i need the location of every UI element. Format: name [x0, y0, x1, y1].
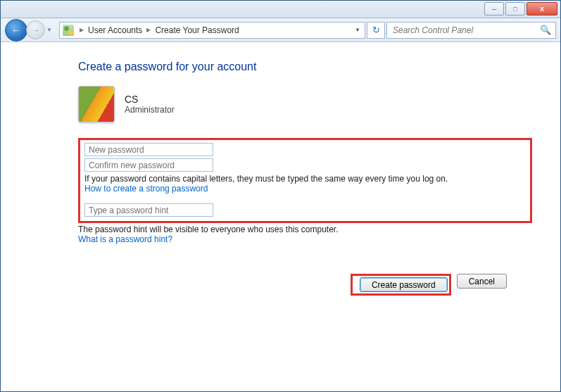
nav-history-dropdown[interactable]: ▼ [46, 27, 55, 33]
search-icon[interactable]: 🔍 [540, 25, 551, 35]
page-heading: Create a password for your account [78, 61, 532, 73]
user-role: Administrator [125, 105, 175, 115]
button-row: Create password Cancel [78, 274, 507, 296]
highlight-create-button: Create password [351, 274, 451, 296]
navigation-bar: ← → ▼ ▶ User Accounts ▶ Create Your Pass… [1, 18, 560, 42]
forward-button[interactable]: → [26, 20, 45, 39]
password-hint-link[interactable]: What is a password hint? [78, 234, 532, 244]
chevron-right-icon: ▶ [145, 27, 152, 33]
refresh-button[interactable]: ↻ [367, 22, 385, 39]
caps-note: If your password contains capital letter… [84, 174, 526, 184]
create-password-button[interactable]: Create password [360, 277, 448, 292]
breadcrumb-level1[interactable]: User Accounts [85, 25, 145, 35]
chevron-right-icon: ▶ [78, 27, 85, 33]
hint-visibility-note: The password hint will be visible to eve… [78, 225, 532, 234]
content-area: Create a password for your account CS Ad… [1, 42, 560, 296]
user-info: CS Administrator [78, 86, 532, 122]
close-button[interactable]: X [527, 2, 557, 15]
address-dropdown-icon[interactable]: ▼ [351, 27, 365, 33]
new-password-input[interactable] [84, 143, 213, 156]
user-accounts-icon [63, 25, 74, 36]
title-bar: ─ □ X [1, 1, 560, 18]
breadcrumb-level2[interactable]: Create Your Password [152, 25, 241, 35]
highlight-password-section: If your password contains capital letter… [78, 138, 532, 223]
user-avatar [78, 86, 115, 122]
maximize-button[interactable]: □ [505, 2, 525, 15]
cancel-button[interactable]: Cancel [457, 274, 507, 289]
confirm-password-input[interactable] [84, 158, 213, 172]
back-button[interactable]: ← [5, 19, 27, 42]
search-input[interactable] [391, 25, 540, 36]
search-box[interactable]: 🔍 [386, 22, 556, 39]
address-bar[interactable]: ▶ User Accounts ▶ Create Your Password ▼ [59, 22, 365, 39]
minimize-button[interactable]: ─ [484, 2, 504, 15]
user-name: CS [125, 94, 175, 105]
password-hint-input[interactable] [84, 203, 213, 217]
strong-password-link[interactable]: How to create a strong password [84, 184, 526, 194]
window-frame: ─ □ X ← → ▼ ▶ User Accounts ▶ Create You… [0, 0, 561, 392]
